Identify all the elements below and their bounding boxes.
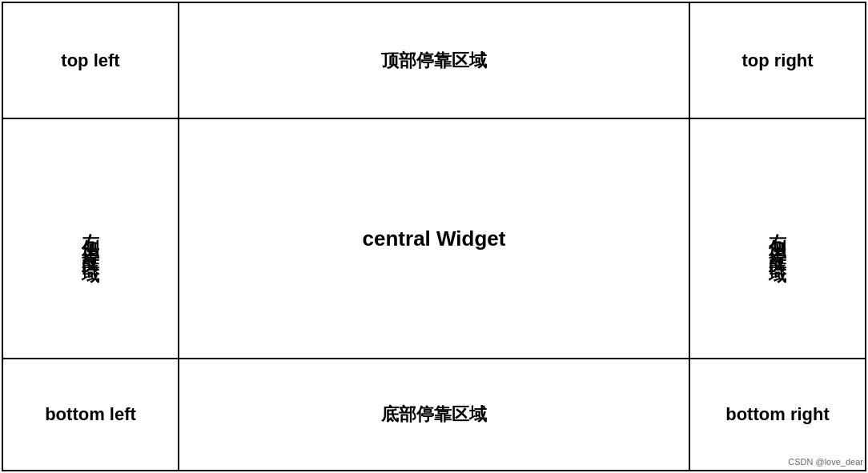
- bottom-left-cell: bottom left: [2, 359, 179, 471]
- central-widget-cell: central Widget: [179, 118, 689, 359]
- top-right-cell: top right: [689, 2, 866, 118]
- watermark: CSDN @love_dear: [788, 457, 863, 467]
- bottom-right-cell: bottom right: [689, 359, 866, 471]
- middle-right-cell: 右侧停靠区域: [689, 118, 866, 359]
- top-left-cell: top left: [2, 2, 179, 118]
- dock-layout-table: top left 顶部停靠区域 top right 左侧停靠区域 central…: [2, 2, 866, 471]
- top-center-cell: 顶部停靠区域: [179, 2, 689, 118]
- middle-left-cell: 左侧停靠区域: [2, 118, 179, 359]
- bottom-center-cell: 底部停靠区域: [179, 359, 689, 471]
